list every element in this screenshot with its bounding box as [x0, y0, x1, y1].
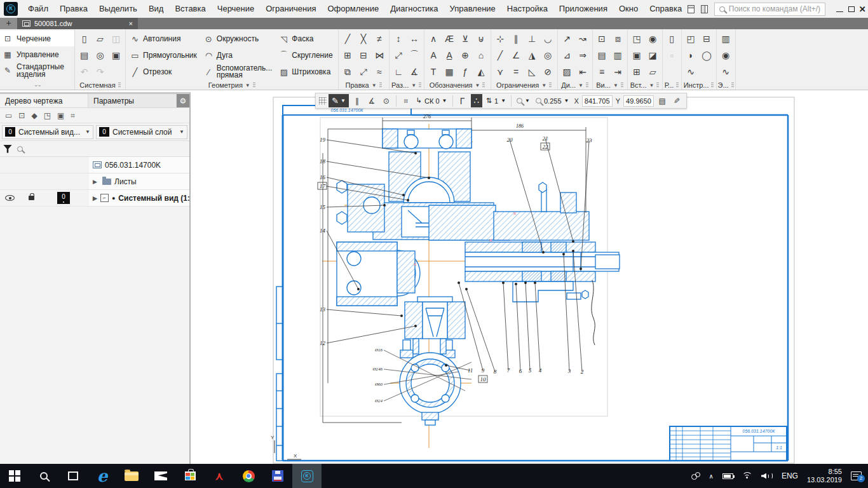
panel-tool-icon[interactable]: ⌗ [71, 111, 75, 120]
tool-icon[interactable]: ⊎ [473, 30, 489, 47]
tool-icon[interactable]: ◳ [629, 30, 645, 47]
menu-item-1[interactable]: Файл [22, 0, 54, 18]
tool-icon[interactable]: ▨ [559, 64, 575, 80]
coordinate-system-combo[interactable]: ↳ СК 0 ▼ [414, 95, 449, 107]
tool-icon[interactable]: ∟ [391, 64, 407, 80]
tool-окружность[interactable]: ⊙Окружность [201, 30, 276, 47]
tool-icon[interactable]: ƒ [458, 64, 473, 80]
tool-icon[interactable]: A [426, 47, 442, 64]
panel-settings-gear-icon[interactable]: ⚙ [177, 94, 189, 107]
tray-chevron-icon[interactable]: ∧ [709, 473, 714, 480]
tool-icon[interactable]: ▯ [664, 30, 680, 47]
menu-item-9[interactable]: Диагностика [384, 0, 444, 18]
grid-icon[interactable]: ⌗ [400, 94, 412, 107]
store-icon[interactable] [175, 464, 205, 488]
tool-icon[interactable]: ⧉ [340, 64, 356, 80]
tool-icon[interactable]: ⊿ [559, 47, 575, 64]
layout-vertical-icon[interactable] [701, 5, 708, 13]
tool-icon[interactable]: ╳ [356, 30, 372, 47]
expand-arrow-icon[interactable]: ▶ [93, 195, 97, 201]
action-center-icon[interactable]: 2 [851, 471, 862, 480]
tool-icon[interactable]: ◉ [645, 30, 661, 47]
tool-вспомогатель-[interactable]: ∕Вспомогатель...прямая [201, 64, 276, 80]
tool-icon[interactable]: ▱ [645, 64, 661, 80]
tool-icon[interactable]: ⊻ [458, 30, 473, 47]
tool-icon[interactable]: ╱ [492, 47, 508, 64]
tree-search-icon[interactable] [17, 146, 23, 152]
tool-icon[interactable]: ⋈ [372, 47, 388, 64]
taskbar-search-icon[interactable] [29, 464, 58, 488]
rounding-step-combo[interactable]: ⇅ 1 ▼ [484, 95, 508, 107]
tool-icon[interactable]: A̲ [442, 47, 458, 64]
tool-icon[interactable]: ▦ [442, 64, 458, 80]
file-explorer-icon[interactable] [117, 464, 146, 488]
tool-icon[interactable]: ⧈ [610, 30, 626, 47]
restore-button[interactable] [846, 0, 857, 18]
tool-icon[interactable]: ⋎ [492, 64, 508, 80]
tool-icon[interactable]: ⊞ [340, 47, 356, 64]
tool-icon[interactable]: Æ [442, 30, 458, 47]
menu-item-10[interactable]: Управление [444, 0, 501, 18]
tool-icon[interactable]: ≈ [372, 64, 388, 80]
tool-icon[interactable]: ⊟ [356, 47, 372, 64]
tool-icon[interactable]: ⊞ [629, 64, 645, 80]
group-label[interactable]: Системная [76, 81, 124, 90]
tool-icon[interactable]: ⊥ [524, 30, 540, 47]
tool-icon[interactable]: ∿ [683, 64, 699, 80]
start-button[interactable] [0, 464, 29, 488]
snap-parallel-icon[interactable]: ∥ [351, 94, 363, 107]
tool-icon[interactable]: ◡ [540, 30, 556, 47]
group-label[interactable]: Ограничения▼ [492, 81, 556, 90]
layout-horizontal-icon[interactable] [688, 5, 695, 13]
zoom-scale-combo[interactable]: 0.255 ▼ [534, 95, 571, 107]
workspace-tab-стандартные[interactable]: ✎Стандартныеизделия [0, 62, 74, 79]
tool-icon[interactable]: ◯ [699, 47, 715, 64]
tool-icon[interactable]: ◉ [718, 47, 734, 64]
tool-icon[interactable]: ▣ [108, 47, 124, 64]
panel-tool-icon[interactable]: ◳ [44, 111, 51, 120]
tool-дуга[interactable]: ◠Дуга [201, 47, 276, 64]
zoom-tool-combo[interactable]: ▼ [515, 95, 532, 107]
tool-icon[interactable]: ↝ [575, 30, 591, 47]
filter-icon[interactable] [3, 145, 12, 153]
tool-icon[interactable]: ▫ [664, 47, 680, 64]
tool-icon[interactable]: ∿ [718, 64, 734, 80]
document-tab[interactable]: 500081.cdw × [17, 18, 138, 29]
tool-icon[interactable]: ⇒ [575, 47, 591, 64]
group-label[interactable]: Ди...▼ [559, 81, 591, 90]
floppy-app-icon[interactable] [263, 464, 292, 488]
tab-drawing-tree[interactable]: Дерево чертежа [0, 94, 88, 107]
tool-icon[interactable]: ∡ [407, 64, 423, 80]
panel-tool-icon[interactable]: ◆ [31, 111, 37, 120]
clock[interactable]: 8:55 13.03.2019 [807, 468, 842, 484]
tool-icon[interactable]: ⇤ [575, 64, 591, 80]
tool-icon[interactable]: ↷ [92, 64, 108, 80]
menu-item-7[interactable]: Ограничения [260, 0, 322, 18]
tool-скругление[interactable]: ⌒Скругление [276, 47, 336, 64]
mail-icon[interactable] [146, 464, 175, 488]
menu-item-3[interactable]: Выделить [93, 0, 143, 18]
tool-icon[interactable]: ▣ [629, 47, 645, 64]
drawing-canvas-area[interactable]: ✎▼ ∥ ∡ ⊙ ⌗ ↳ СК 0 ▼ Γ ∴ ⇅ 1 ▼ ▼ 0.255 ▼ … [192, 92, 868, 464]
tool-icon[interactable]: ↔ [407, 30, 423, 47]
new-tab-button[interactable]: + [0, 18, 17, 29]
menu-item-4[interactable]: Вид [143, 0, 170, 18]
wifi-icon[interactable] [742, 472, 752, 480]
tool-icon[interactable]: ◰ [683, 30, 699, 47]
tool-icon[interactable]: ◎ [92, 47, 108, 64]
group-label[interactable]: Р... [664, 81, 680, 90]
tool-icon[interactable]: = [508, 64, 524, 80]
tool-icon[interactable]: ∠ [508, 47, 524, 64]
menu-item-13[interactable]: Окно [613, 0, 644, 18]
tree-row-sheets[interactable]: ▶ Листы [0, 173, 189, 190]
volume-icon[interactable] [761, 473, 773, 479]
tool-автолиния[interactable]: ∿Автолиния [127, 30, 201, 47]
y-coordinate-field[interactable]: 49.9650 [623, 95, 654, 107]
tool-icon[interactable]: ⊟ [699, 30, 715, 47]
tool-icon[interactable]: ◎ [540, 47, 556, 64]
tool-отрезок[interactable]: ╱Отрезок [127, 64, 201, 80]
workspace-collapse-chevron-icon[interactable]: ⌄⌄ [0, 81, 74, 90]
tool-icon[interactable]: ⤢ [391, 47, 407, 64]
tool-icon[interactable]: ╱ [340, 30, 356, 47]
tool-icon[interactable]: ⊹ [492, 30, 508, 47]
